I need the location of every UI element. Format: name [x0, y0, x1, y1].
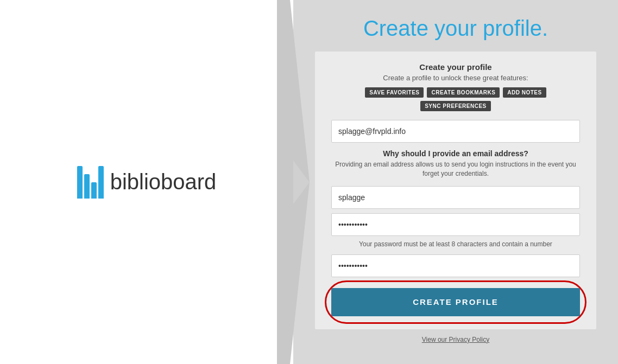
page-title-plain: Create your: [363, 16, 483, 40]
badge-sync-preferences: SYNC PREFERENCES: [420, 101, 491, 111]
logo-bar-2: [84, 174, 90, 199]
password-hint: Your password must be at least 8 charact…: [331, 240, 580, 248]
email-hint-title: Why should I provide an email address?: [331, 149, 580, 158]
badge-save-favorites: SAVE FAVORITES: [365, 87, 424, 98]
logo-icon: [77, 166, 104, 199]
right-panel: Create your profile. Create your profile…: [293, 0, 618, 364]
badge-create-bookmarks: CREATE BOOKMARKS: [427, 87, 500, 98]
password-field[interactable]: [331, 213, 580, 236]
left-panel: biblioboard: [0, 0, 293, 364]
email-field[interactable]: [331, 120, 580, 143]
logo-text: biblioboard: [110, 170, 217, 194]
form-description: Create a profile to unlock these great f…: [331, 74, 580, 82]
logo-bar-4: [98, 166, 104, 199]
email-hint-text: Providing an email address allows us to …: [331, 160, 580, 178]
form-container: Create your profile Create a profile to …: [315, 52, 596, 329]
logo: biblioboard: [77, 166, 217, 199]
logo-bar-1: [77, 166, 83, 199]
username-field[interactable]: [331, 186, 580, 209]
confirm-password-field[interactable]: [331, 254, 580, 277]
create-profile-button[interactable]: CREATE PROFILE: [331, 288, 580, 316]
page-title-accent: profile.: [483, 16, 548, 40]
feature-badges: SAVE FAVORITES CREATE BOOKMARKS ADD NOTE…: [331, 87, 580, 111]
form-subtitle: Create your profile: [331, 62, 580, 72]
privacy-policy-link[interactable]: View our Privacy Policy: [422, 336, 490, 343]
page-title: Create your profile.: [315, 16, 596, 41]
logo-bar-3: [91, 182, 97, 199]
badge-add-notes: ADD NOTES: [503, 87, 546, 98]
